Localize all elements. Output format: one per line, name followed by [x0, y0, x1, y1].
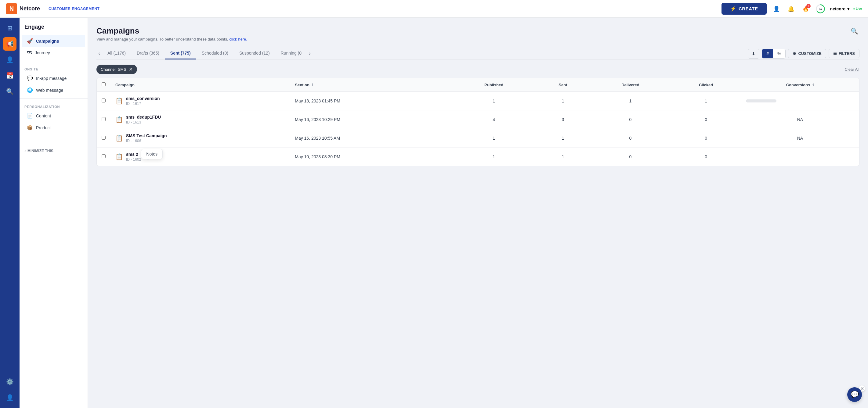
- tab-running[interactable]: Running (0: [275, 47, 307, 60]
- campaign-id: ID - 1617: [126, 102, 160, 106]
- campaign-cell: 📋 sms 2 ID - 1602 Notes: [111, 147, 290, 166]
- sent-cell: 1: [536, 129, 590, 147]
- topnav-right: ⚡ CREATE 👤 🔔 🔥 1 90 netcore ▾ ● Live: [721, 3, 862, 14]
- sent-on-info-icon[interactable]: ℹ: [312, 83, 313, 87]
- row-checkbox[interactable]: [102, 136, 105, 140]
- svg-text:90: 90: [819, 8, 822, 10]
- published-cell: 1: [452, 147, 536, 166]
- sidebar-icon-user-circle[interactable]: 👤: [3, 391, 17, 404]
- clicked-cell: 0: [671, 147, 741, 166]
- dropdown-icon: ▾: [847, 6, 849, 11]
- sidebar-item-webmessage[interactable]: 🌐 Web message: [22, 84, 85, 96]
- sidebar-item-campaigns[interactable]: 🚀 Campaigns: [22, 35, 85, 47]
- remove-chip-button[interactable]: ✕: [129, 66, 133, 72]
- published-cell: 4: [452, 110, 536, 129]
- user-menu[interactable]: netcore ▾ ● Live: [830, 6, 862, 11]
- select-all-checkbox[interactable]: [102, 82, 105, 86]
- sidebar-icon-search[interactable]: 🔍: [3, 85, 17, 98]
- logo-mark: N: [6, 3, 17, 14]
- sidebar-item-journey[interactable]: 🗺 Journey: [22, 47, 85, 59]
- clear-all-button[interactable]: Clear All: [845, 67, 860, 72]
- sidebar-icon-grid[interactable]: ⊞: [3, 21, 17, 35]
- tab-suspended[interactable]: Suspended (12): [234, 47, 275, 60]
- sidebar-item-label: Campaigns: [36, 39, 59, 44]
- filter-icon: ☰: [833, 51, 837, 56]
- row-checkbox-cell: [97, 110, 111, 129]
- table-header-row: Campaign Sent on ℹ Published Sent Delive…: [97, 78, 859, 92]
- sidebar-item-label: Journey: [35, 50, 50, 55]
- table-row: 📋 sms 2 ID - 1602 Notes: [97, 147, 859, 166]
- conversions-column-header: Conversions ℹ: [741, 78, 859, 92]
- click-here-link[interactable]: click here.: [229, 37, 247, 41]
- conversions-cell: NA: [741, 129, 859, 147]
- notifications-icon[interactable]: 🔔: [786, 4, 796, 14]
- campaign-name: sms_conversion: [126, 96, 160, 101]
- sidebar-icon-settings[interactable]: ⚙️: [3, 375, 17, 388]
- logo[interactable]: N Netcore: [6, 3, 40, 14]
- page-title: Campaigns: [96, 26, 247, 36]
- campaign-cell: 📋 SMS Test Campaign ID - 1606: [111, 129, 290, 147]
- fire-badge: 1: [806, 4, 811, 8]
- published-cell: 1: [452, 129, 536, 147]
- conversions-info-icon[interactable]: ℹ: [812, 83, 814, 87]
- sent-cell: 1: [536, 92, 590, 110]
- download-button[interactable]: ⬇: [748, 49, 760, 59]
- user-avatar-icon[interactable]: 👤: [772, 4, 781, 14]
- row-checkbox[interactable]: [102, 117, 105, 121]
- campaign-id: ID - 1602: [126, 157, 141, 162]
- sidebar-icon-person[interactable]: 👤: [3, 53, 17, 66]
- search-button[interactable]: 🔍: [849, 26, 860, 36]
- tabs-prev-button[interactable]: ‹: [96, 48, 102, 59]
- tab-drafts[interactable]: Drafts (365): [131, 47, 165, 60]
- sidebar-item-inapp[interactable]: 💬 In-app message: [22, 72, 85, 84]
- sent-on-cell: May 18, 2023 01:45 PM: [290, 92, 452, 110]
- tab-sent[interactable]: Sent (775): [165, 47, 196, 60]
- published-cell: 1: [452, 92, 536, 110]
- row-checkbox-cell: [97, 147, 111, 166]
- sent-on-cell: May 10, 2023 08:30 PM: [290, 147, 452, 166]
- tab-scheduled[interactable]: Scheduled (0): [196, 47, 234, 60]
- number-view-button[interactable]: #: [762, 49, 773, 58]
- sidebar-item-label: Web message: [36, 88, 63, 93]
- nav-section-personalization: PERSONALIZATION: [20, 101, 88, 110]
- tabs-right-actions: ⬇ # % ⚙ CUSTOMIZE ☰ FILTERS: [748, 49, 860, 59]
- tabs-bar: ‹ All (1176) Drafts (365) Sent (775) Sch…: [96, 47, 860, 60]
- campaign-cell: 📋 sms_conversion ID - 1617: [111, 92, 290, 110]
- campaigns-table-container: Campaign Sent on ℹ Published Sent Delive…: [96, 78, 860, 166]
- minimize-button[interactable]: ‹ MINIMIZE THIS: [20, 146, 88, 156]
- create-button[interactable]: ⚡ CREATE: [721, 3, 767, 14]
- content-icon: 📄: [27, 113, 33, 118]
- campaign-id: ID - 1613: [126, 120, 161, 125]
- fire-icon[interactable]: 🔥 1: [801, 4, 811, 14]
- tab-all[interactable]: All (1176): [102, 47, 131, 60]
- tabs-next-button[interactable]: ›: [307, 48, 313, 59]
- customize-button[interactable]: ⚙ CUSTOMIZE: [788, 49, 826, 58]
- sidebar-icon-megaphone[interactable]: 📢: [3, 37, 17, 50]
- chevron-left-icon: ‹: [24, 149, 26, 153]
- sidebar-icon-calendar[interactable]: 📅: [3, 69, 17, 82]
- product-label: CUSTOMER ENGAGEMENT: [49, 7, 99, 11]
- clicked-column-header: Clicked: [671, 78, 741, 92]
- campaigns-icon: 🚀: [27, 38, 33, 44]
- nav-section-onsite: ONSITE: [20, 64, 88, 72]
- campaign-type-icon: 📋: [115, 153, 123, 160]
- delivered-cell: 0: [590, 147, 671, 166]
- campaign-cell: 📋 sms_dedup1FDU ID - 1613: [111, 110, 290, 129]
- sidebar-item-label: Content: [36, 113, 51, 118]
- table-row: 📋 sms_dedup1FDU ID - 1613 May 16, 2023 1…: [97, 110, 859, 129]
- campaign-column-header: Campaign: [111, 78, 290, 92]
- filters-button[interactable]: ☰ FILTERS: [829, 49, 860, 58]
- row-checkbox[interactable]: [102, 99, 105, 102]
- progress-circle[interactable]: 90: [815, 4, 825, 14]
- campaign-name: sms_dedup1FDU: [126, 115, 161, 120]
- percent-view-button[interactable]: %: [773, 49, 785, 58]
- row-checkbox[interactable]: [102, 154, 105, 158]
- chat-widget-button[interactable]: 💬: [847, 387, 862, 402]
- sidebar-item-product[interactable]: 📦 Product: [22, 122, 85, 134]
- campaign-type-icon: 📋: [115, 116, 123, 123]
- campaigns-table: Campaign Sent on ℹ Published Sent Delive…: [97, 78, 859, 166]
- sent-on-cell: May 16, 2023 10:29 PM: [290, 110, 452, 129]
- sidebar-item-content[interactable]: 📄 Content: [22, 110, 85, 122]
- topnav: N Netcore CUSTOMER ENGAGEMENT ⚡ CREATE 👤…: [0, 0, 868, 18]
- sent-on-column-header: Sent on ℹ: [290, 78, 452, 92]
